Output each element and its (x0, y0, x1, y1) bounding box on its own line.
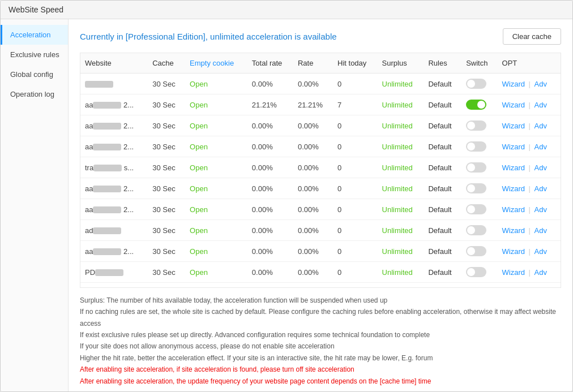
cell-cache: 30 Sec (148, 220, 185, 241)
opt-link-adv[interactable]: Adv (534, 247, 547, 256)
sidebar-item-acceleration[interactable]: Acceleration (1, 25, 68, 45)
cell-empty-cookie: Open (185, 157, 247, 178)
cell-surplus: Unlimited (378, 74, 424, 94)
toggle-switch[interactable] (466, 183, 486, 193)
note-line: If exist exclusive rules please set up d… (80, 329, 561, 341)
cell-total-rate: 0.00% (247, 178, 293, 199)
opt-link-wizard[interactable]: Wizard (502, 268, 525, 277)
cell-website: aa█████ 2... (80, 115, 148, 136)
notes-section: Surplus: The number of hits available to… (80, 288, 561, 391)
toggle-switch[interactable] (466, 79, 486, 89)
clear-cache-button[interactable]: Clear cache (503, 28, 561, 45)
cell-surplus: Unlimited (378, 115, 424, 136)
table-row: █████30 SecOpen0.00%0.00%0UnlimitedDefau… (80, 74, 561, 94)
cell-rate: 0.00% (293, 178, 333, 199)
opt-link-wizard[interactable]: Wizard (502, 80, 525, 88)
table-row: aa█████ 2...30 SecOpen0.00%0.00%0Unlimit… (80, 199, 561, 220)
cell-switch (461, 136, 497, 157)
cell-total-rate: 0.00% (247, 241, 293, 262)
cell-rate: 0.00% (293, 241, 333, 262)
cell-website: aa█████ 2... (80, 136, 148, 157)
cell-total-rate: 0.00% (247, 136, 293, 157)
table-row: aa█████ 2...30 SecOpen21.21%21.21%7Unlim… (80, 94, 561, 115)
cell-hit-today: 0 (333, 220, 378, 241)
opt-link-wizard[interactable]: Wizard (502, 247, 525, 256)
opt-separator: | (527, 143, 533, 151)
cell-rules: Default (424, 241, 461, 262)
cell-surplus: Unlimited (378, 199, 424, 220)
cell-hit-today: 0 (333, 199, 378, 220)
col-header-opt: OPT (498, 53, 561, 74)
cell-switch (461, 199, 497, 220)
cell-rate: 0.00% (293, 136, 333, 157)
opt-link-wizard[interactable]: Wizard (502, 184, 525, 193)
toggle-switch[interactable] (466, 162, 486, 173)
cell-opt: Wizard | Adv (498, 94, 561, 115)
toggle-switch[interactable] (466, 246, 486, 256)
opt-link-wizard[interactable]: Wizard (502, 122, 525, 130)
toggle-switch[interactable] (466, 120, 486, 131)
acceleration-table: WebsiteCacheEmpty cookieTotal rateRateHi… (80, 53, 561, 283)
cell-rules: Default (424, 94, 461, 115)
opt-link-adv[interactable]: Adv (534, 205, 547, 214)
table-row: tra█████ s...30 SecOpen0.00%0.00%0Unlimi… (80, 157, 561, 178)
opt-link-wizard[interactable]: Wizard (502, 163, 525, 172)
cell-opt: Wizard | Adv (498, 115, 561, 136)
cell-total-rate: 0.00% (247, 199, 293, 220)
col-header-switch: Switch (461, 53, 497, 74)
opt-link-adv[interactable]: Adv (534, 101, 547, 109)
opt-link-wizard[interactable]: Wizard (502, 101, 525, 109)
note-line: Higher the hit rate, better the accelera… (80, 352, 561, 364)
cell-website: aa█████ 2... (80, 178, 148, 199)
cell-surplus: Unlimited (378, 136, 424, 157)
opt-link-wizard[interactable]: Wizard (502, 143, 525, 151)
cell-website: tra█████ s... (80, 157, 148, 178)
table-row: aa█████ 2...30 SecOpen0.00%0.00%0Unlimit… (80, 178, 561, 199)
cell-rules: Default (424, 199, 461, 220)
cell-empty-cookie: Open (185, 262, 247, 283)
cell-hit-today: 0 (333, 178, 378, 199)
cell-total-rate: 21.21% (247, 94, 293, 115)
col-header-cache: Cache (148, 53, 185, 74)
sidebar-item-exclusive-rules[interactable]: Exclusive rules (1, 45, 68, 64)
opt-separator: | (527, 101, 533, 109)
opt-link-adv[interactable]: Adv (534, 226, 547, 235)
cell-website: aa█████ 2... (80, 94, 148, 115)
cell-cache: 30 Sec (148, 262, 185, 283)
cell-cache: 30 Sec (148, 74, 185, 94)
main-panel: Currently in [Professional Edition], unl… (69, 19, 572, 391)
opt-separator: | (527, 226, 533, 235)
col-header-hit-today: Hit today (333, 53, 378, 74)
toggle-switch[interactable] (466, 204, 486, 214)
cell-website: aa█████ 2... (80, 241, 148, 262)
toggle-switch[interactable] (466, 141, 486, 152)
toggle-switch[interactable] (466, 225, 486, 235)
opt-link-adv[interactable]: Adv (534, 143, 547, 151)
opt-link-adv[interactable]: Adv (534, 163, 547, 172)
opt-link-adv[interactable]: Adv (534, 268, 547, 277)
cell-opt: Wizard | Adv (498, 157, 561, 178)
cell-rules: Default (424, 262, 461, 283)
opt-link-adv[interactable]: Adv (534, 80, 547, 88)
cell-opt: Wizard | Adv (498, 241, 561, 262)
opt-link-wizard[interactable]: Wizard (502, 226, 525, 235)
cell-surplus: Unlimited (378, 94, 424, 115)
cell-switch (461, 157, 497, 178)
col-header-rate: Rate (293, 53, 333, 74)
cell-empty-cookie: Open (185, 115, 247, 136)
toggle-switch[interactable] (466, 267, 486, 277)
cell-empty-cookie: Open (185, 220, 247, 241)
cell-hit-today: 0 (333, 74, 378, 94)
cell-surplus: Unlimited (378, 220, 424, 241)
toggle-switch[interactable] (466, 100, 486, 110)
opt-link-adv[interactable]: Adv (534, 184, 547, 193)
sidebar-item-global-config[interactable]: Global config (1, 64, 68, 84)
cell-rate: 0.00% (293, 157, 333, 178)
sidebar-item-operation-log[interactable]: Operation log (1, 84, 68, 104)
cell-rate: 0.00% (293, 220, 333, 241)
table-row: aa█████ 2...30 SecOpen0.00%0.00%0Unlimit… (80, 241, 561, 262)
opt-link-adv[interactable]: Adv (534, 122, 547, 130)
cell-empty-cookie: Open (185, 74, 247, 94)
opt-link-wizard[interactable]: Wizard (502, 205, 525, 214)
cell-empty-cookie: Open (185, 94, 247, 115)
